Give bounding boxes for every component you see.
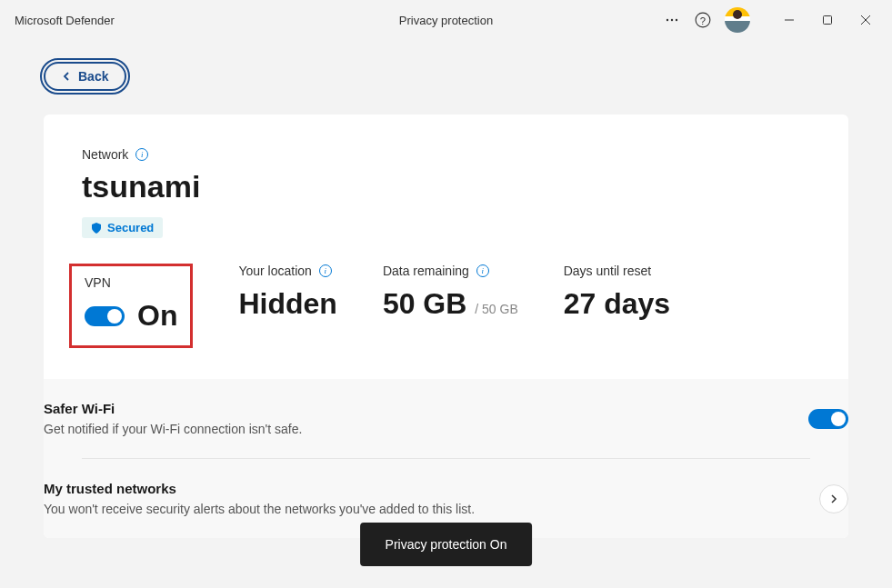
info-icon[interactable]: i (476, 264, 489, 277)
vpn-stat: VPN On (69, 264, 193, 348)
network-name: tsunami (82, 169, 810, 204)
minimize-button[interactable] (770, 5, 808, 35)
data-value: 50 GB / 50 GB (383, 287, 518, 321)
shield-icon (91, 223, 102, 234)
chevron-left-icon (62, 72, 71, 81)
location-label: Your location (238, 264, 311, 278)
toast: Privacy protection On (360, 523, 533, 566)
reset-stat: Days until reset 27 days (564, 264, 670, 348)
reset-value: 27 days (564, 287, 670, 321)
trusted-chevron-button[interactable] (819, 484, 848, 513)
avatar[interactable] (725, 7, 750, 33)
reset-label: Days until reset (564, 264, 670, 278)
svg-point-2 (676, 19, 677, 21)
info-icon[interactable]: i (135, 148, 148, 161)
svg-text:?: ? (700, 15, 706, 26)
vpn-label: VPN (85, 275, 177, 290)
safer-wifi-desc: Get notified if your Wi-Fi connection is… (44, 422, 302, 436)
trusted-title: My trusted networks (44, 481, 475, 496)
trusted-desc: You won't receive security alerts about … (44, 502, 475, 516)
titlebar: Microsoft Defender Privacy protection ? (0, 0, 892, 40)
vpn-toggle[interactable] (85, 306, 125, 326)
back-button[interactable]: Back (44, 62, 126, 91)
data-label: Data remaining (383, 264, 469, 278)
location-stat: Your location i Hidden (238, 264, 336, 348)
svg-rect-6 (824, 16, 832, 25)
back-label: Back (78, 69, 108, 84)
safer-wifi-row: Safer Wi-Fi Get notified if your Wi-Fi c… (5, 379, 887, 458)
page-title: Privacy protection (399, 14, 493, 27)
location-value: Hidden (238, 287, 336, 321)
secured-badge: Secured (82, 217, 163, 238)
safer-wifi-toggle[interactable] (808, 409, 848, 429)
app-name: Microsoft Defender (15, 14, 115, 27)
chevron-right-icon (829, 494, 838, 503)
network-section-label: Network i (82, 147, 810, 162)
close-button[interactable] (847, 5, 885, 35)
svg-point-0 (666, 19, 668, 21)
main-card: Network i tsunami Secured VPN On Your lo… (44, 115, 848, 538)
svg-point-1 (671, 19, 673, 21)
data-stat: Data remaining i 50 GB / 50 GB (383, 264, 518, 348)
more-icon[interactable] (663, 11, 681, 29)
help-icon[interactable]: ? (694, 11, 712, 29)
info-icon[interactable]: i (319, 264, 332, 277)
stats-row: VPN On Your location i Hidden Data remai… (82, 264, 810, 379)
maximize-button[interactable] (808, 5, 847, 35)
safer-wifi-title: Safer Wi-Fi (44, 401, 302, 416)
vpn-state: On (137, 299, 177, 333)
